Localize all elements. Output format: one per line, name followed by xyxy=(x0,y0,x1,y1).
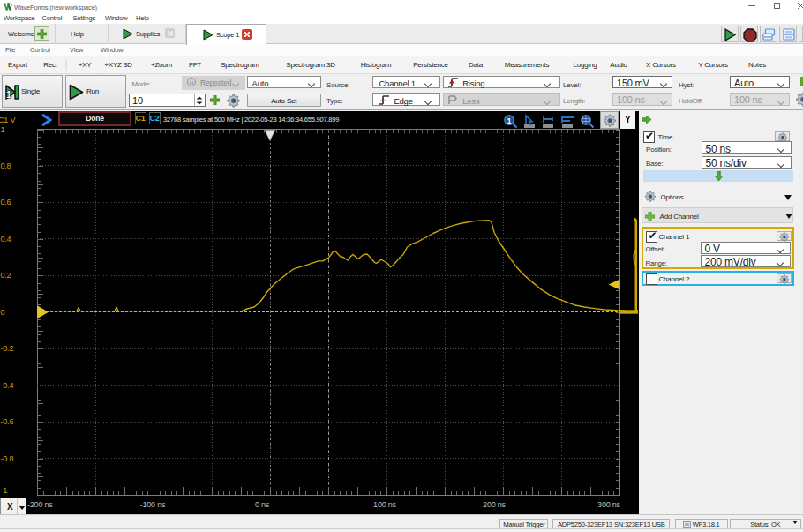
svg-text:1: 1 xyxy=(6,89,11,100)
